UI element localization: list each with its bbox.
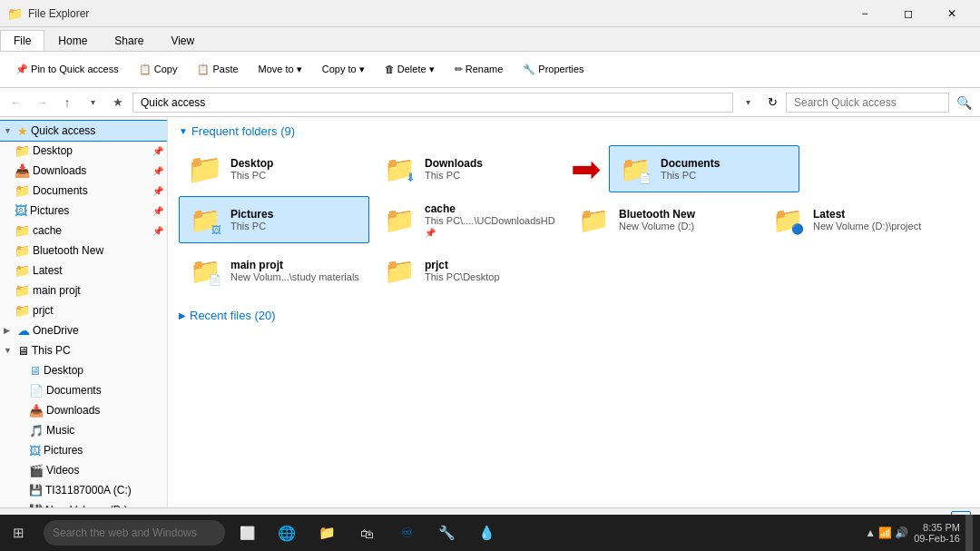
- ribbon-delete-button[interactable]: 🗑 Delete ▾: [377, 60, 443, 79]
- sidebar-item-bluetooth-qa[interactable]: 📁 Bluetooth New: [0, 241, 167, 261]
- folder-tile-downloads-icon: 📁 ⬇: [381, 151, 417, 187]
- minimize-button[interactable]: −: [844, 0, 886, 27]
- sidebar-onedrive-label: OneDrive: [33, 324, 163, 337]
- folder-tile-bluetooth[interactable]: 📁 Bluetooth New New Volume (D:): [567, 196, 758, 243]
- close-button[interactable]: ✕: [931, 0, 973, 27]
- recent-locations-button[interactable]: ▾: [82, 92, 103, 113]
- content-area: ▼ Frequent folders (9) 📁 Desktop This PC…: [168, 117, 980, 507]
- taskbar-app2[interactable]: 🔧: [428, 515, 465, 551]
- folder-latest-big-icon: 📁 🔵: [772, 205, 804, 235]
- network-tray-icon[interactable]: 📶: [878, 526, 892, 539]
- ribbon-rename-button[interactable]: ✏ Rename: [446, 60, 512, 79]
- back-button[interactable]: ←: [5, 92, 27, 113]
- file-explorer-button[interactable]: 📁: [309, 515, 345, 551]
- folder-tile-mainproj-icon: 📁 📄: [187, 252, 223, 289]
- folder-tile-bluetooth-info: Bluetooth New New Volume (D:): [619, 208, 750, 231]
- restore-button[interactable]: ◻: [887, 0, 929, 27]
- taskbar-time[interactable]: 8:35 PM 09-Feb-16: [914, 522, 960, 544]
- sidebar-item-pictures-qa[interactable]: 🖼 Pictures 📌: [0, 201, 167, 221]
- address-input[interactable]: [132, 93, 733, 113]
- folder-tile-pictures[interactable]: 📁 🖼 Pictures This PC: [179, 196, 369, 243]
- taskbar-app3[interactable]: 💧: [468, 515, 505, 551]
- drive-c-icon: 💾: [29, 484, 43, 497]
- folder-tile-bluetooth-name: Bluetooth New: [619, 208, 750, 221]
- recent-files-arrow: ▶: [179, 310, 186, 320]
- sidebar-item-latest-qa[interactable]: 📁 Latest: [0, 261, 167, 280]
- ribbon-copy-button[interactable]: 📋 Copy: [131, 60, 186, 79]
- taskbar-app1[interactable]: ♾: [388, 515, 425, 551]
- forward-button[interactable]: →: [31, 92, 53, 113]
- sidebar-item-downloads-pc[interactable]: 📥 Downloads: [0, 400, 167, 420]
- thispc-expand-arrow: ▼: [4, 346, 15, 355]
- sidebar-latest-label: Latest: [33, 264, 163, 277]
- ribbon-pin-button[interactable]: 📌 Pin to Quick access: [7, 60, 127, 79]
- recent-files-title: Recent files (20): [190, 309, 276, 322]
- folder-tile-cache[interactable]: 📁 cache This PC\....\UCDownloadsHD 📌: [373, 196, 564, 243]
- folder-tile-cache-name: cache: [425, 202, 555, 215]
- onedrive-expand-arrow: ▶: [4, 326, 15, 335]
- folder-desktop-big-icon: 📁: [187, 152, 223, 186]
- sidebar-item-documents-qa[interactable]: 📁 Documents 📌: [0, 181, 167, 201]
- task-view-button[interactable]: ⬜: [229, 515, 265, 551]
- downloads-pc-icon: 📥: [29, 404, 44, 418]
- folder-tile-latest-name: Latest: [813, 208, 944, 221]
- system-tray-arrow[interactable]: ▲: [865, 526, 876, 539]
- sidebar-item-music-pc[interactable]: 🎵 Music: [0, 420, 167, 440]
- sidebar-item-downloads-qa[interactable]: 📥 Downloads 📌: [0, 161, 167, 181]
- sidebar-item-documents-pc[interactable]: 📄 Documents: [0, 380, 167, 400]
- frequent-folders-header[interactable]: ▼ Frequent folders (9): [179, 124, 969, 138]
- sidebar-item-drive-c[interactable]: 💾 TI31187000A (C:): [0, 480, 167, 500]
- folder-tile-cache-info: cache This PC\....\UCDownloadsHD 📌: [425, 202, 555, 238]
- folder-tile-prjct[interactable]: 📁 prjct This PC\Desktop: [373, 247, 564, 294]
- folder-tile-mainproj-info: main projt New Volum...\study materials: [230, 259, 361, 282]
- sidebar-item-mainproj-qa[interactable]: 📁 main projt: [0, 280, 167, 300]
- taskbar-icons: ⬜ 🌐 📁 🛍 ♾ 🔧 💧: [229, 515, 505, 551]
- sidebar-documents-label: Documents: [33, 184, 150, 197]
- docs-pc-icon: 📄: [29, 384, 44, 398]
- sidebar-music-label: Music: [46, 424, 163, 437]
- tab-view[interactable]: View: [157, 30, 208, 51]
- sidebar-item-pictures-pc[interactable]: 🖼 Pictures: [0, 440, 167, 460]
- ribbon-properties-button[interactable]: 🔧 Properties: [514, 60, 592, 79]
- folder-grid: 📁 Desktop This PC 📁 ⬇ Downloads This PC: [179, 145, 969, 294]
- store-button[interactable]: 🛍: [348, 515, 385, 551]
- volume-tray-icon[interactable]: 🔊: [895, 526, 908, 539]
- sidebar-item-drive-d[interactable]: 💾 New Volume (D:): [0, 500, 167, 507]
- sidebar-item-cache-qa[interactable]: 📁 cache 📌: [0, 221, 167, 241]
- search-button[interactable]: 🔍: [953, 92, 975, 113]
- ribbon-move-button[interactable]: Move to ▾: [250, 60, 310, 79]
- sidebar-item-quick-access[interactable]: ▼ ★ Quick access: [0, 121, 167, 141]
- address-dropdown-button[interactable]: ▾: [737, 92, 759, 113]
- recent-files-header[interactable]: ▶ Recent files (20): [179, 309, 969, 322]
- taskbar-search-input[interactable]: [44, 520, 225, 546]
- sidebar-item-prjct-qa[interactable]: 📁 prjct: [0, 300, 167, 320]
- sidebar-item-videos-pc[interactable]: 🎬 Videos: [0, 460, 167, 480]
- show-desktop-button[interactable]: [965, 515, 973, 551]
- folder-tile-mainproj[interactable]: 📁 📄 main projt New Volum...\study materi…: [179, 247, 369, 294]
- sidebar-documents-pc-label: Documents: [46, 384, 163, 397]
- folder-tile-downloads[interactable]: 📁 ⬇ Downloads This PC: [373, 145, 564, 192]
- up-button[interactable]: ↑: [56, 92, 78, 113]
- ribbon-copy-to-button[interactable]: Copy to ▾: [314, 60, 373, 79]
- search-input[interactable]: [786, 93, 949, 113]
- main-layout: ▼ ★ Quick access 📁 Desktop 📌 📥 Downloads…: [0, 117, 980, 507]
- edge-button[interactable]: 🌐: [269, 515, 305, 551]
- sidebar-item-desktop-qa[interactable]: 📁 Desktop 📌: [0, 141, 167, 161]
- tab-share[interactable]: Share: [101, 30, 157, 51]
- tab-file[interactable]: File: [0, 30, 44, 51]
- pin-icon-desktop: 📌: [152, 146, 163, 156]
- folder-docs-icon: 📁: [15, 183, 30, 198]
- refresh-button[interactable]: ↻: [762, 93, 782, 113]
- ribbon-paste-button[interactable]: 📋 Paste: [189, 60, 246, 79]
- folder-tile-latest[interactable]: 📁 🔵 Latest New Volume (D:)\project: [761, 196, 952, 243]
- folder-tile-pictures-sub: This PC: [230, 221, 361, 231]
- tab-home[interactable]: Home: [44, 30, 101, 51]
- videos-icon: 🎬: [29, 464, 44, 477]
- sidebar-item-thispc[interactable]: ▼ 🖥 This PC: [0, 340, 167, 360]
- folder-tile-desktop[interactable]: 📁 Desktop This PC: [179, 145, 369, 192]
- sidebar-item-onedrive[interactable]: ▶ ☁ OneDrive: [0, 320, 167, 340]
- sidebar-item-desktop-pc[interactable]: 🖥 Desktop: [0, 360, 167, 380]
- folder-tile-documents[interactable]: 📁 📄 Documents This PC: [609, 145, 799, 192]
- favorites-button[interactable]: ★: [107, 92, 129, 113]
- start-button[interactable]: ⊞: [0, 515, 36, 551]
